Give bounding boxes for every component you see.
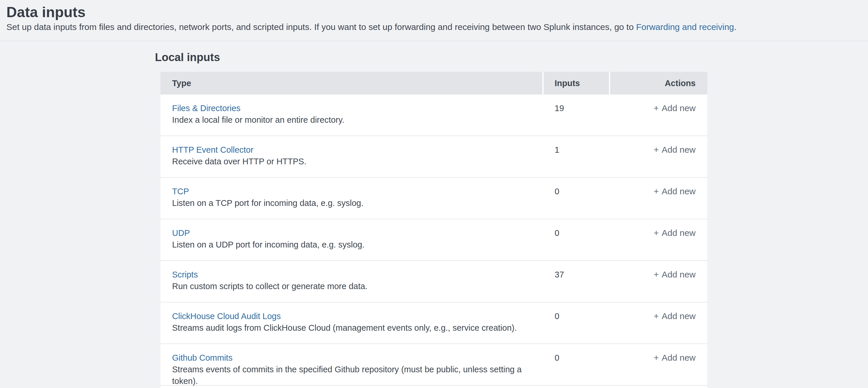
plus-icon: + [654,228,659,238]
input-description: Streams audit logs from ClickHouse Cloud… [172,322,532,334]
add-new-label: Add new [661,270,695,279]
link-tcp[interactable]: TCP [172,185,189,197]
table-row: TCP Listen on a TCP port for incoming da… [160,178,707,219]
add-new-label: Add new [661,186,695,196]
input-count: 37 [544,269,609,302]
add-new-label: Add new [661,103,695,113]
plus-icon: + [654,145,659,154]
input-count: 0 [544,185,609,219]
table-row: Scripts Run custom scripts to collect or… [160,261,707,302]
link-udp[interactable]: UDP [172,227,190,239]
table-row: Files & Directories Index a local file o… [160,94,707,136]
input-description: Index a local file or monitor an entire … [172,114,532,126]
link-http-event-collector[interactable]: HTTP Event Collector [172,144,253,156]
plus-icon: + [654,103,659,113]
table-row: Github Commits Streams events of commits… [160,344,707,386]
input-count: 19 [544,102,609,136]
plus-icon: + [654,186,659,196]
link-files-directories[interactable]: Files & Directories [172,102,240,114]
table-row: HTTP Event Collector Receive data over H… [160,136,707,178]
column-header-actions: Actions [610,72,707,94]
add-new-link[interactable]: +Add new [654,270,695,279]
input-count: 0 [544,310,609,344]
input-description: Receive data over HTTP or HTTPS. [172,156,532,167]
page-header: Data inputs Set up data inputs from file… [0,0,868,41]
input-count: 1 [544,144,609,177]
page-subtitle: Set up data inputs from files and direct… [6,22,856,33]
input-description: Streams events of commits in the specifi… [172,364,532,387]
local-inputs-section: Local inputs Type Inputs Actions Files &… [155,51,868,388]
table-row: ClickHouse Cloud Audit Logs Streams audi… [160,302,707,344]
input-description: Listen on a TCP port for incoming data, … [172,197,532,209]
link-clickhouse-cloud-audit-logs[interactable]: ClickHouse Cloud Audit Logs [172,310,281,322]
column-header-inputs: Inputs [544,72,609,94]
link-scripts[interactable]: Scripts [172,269,198,280]
add-new-label: Add new [661,145,695,154]
plus-icon: + [654,353,659,362]
subtitle-text: Set up data inputs from files and direct… [6,22,636,32]
add-new-link[interactable]: +Add new [654,311,695,321]
inputs-table: Type Inputs Actions Files & Directories … [160,72,707,388]
add-new-link[interactable]: +Add new [654,228,695,238]
input-count: 0 [544,227,609,260]
add-new-link[interactable]: +Add new [654,353,695,362]
column-header-type: Type [160,72,542,94]
input-description: Run custom scripts to collect or generat… [172,280,532,292]
table-header: Type Inputs Actions [160,72,707,94]
add-new-label: Add new [661,353,695,362]
add-new-link[interactable]: +Add new [654,103,695,113]
page-title: Data inputs [6,3,856,21]
forwarding-receiving-link[interactable]: Forwarding and receiving [636,22,734,32]
link-github-commits[interactable]: Github Commits [172,352,232,364]
plus-icon: + [654,270,659,279]
input-count: 0 [544,352,609,387]
section-title: Local inputs [155,51,868,64]
subtitle-suffix: . [734,22,736,32]
add-new-link[interactable]: +Add new [654,145,695,154]
add-new-label: Add new [661,228,695,238]
add-new-label: Add new [661,311,695,321]
plus-icon: + [654,311,659,321]
input-description: Listen on a UDP port for incoming data, … [172,239,532,250]
add-new-link[interactable]: +Add new [654,186,695,196]
table-row: UDP Listen on a UDP port for incoming da… [160,219,707,261]
